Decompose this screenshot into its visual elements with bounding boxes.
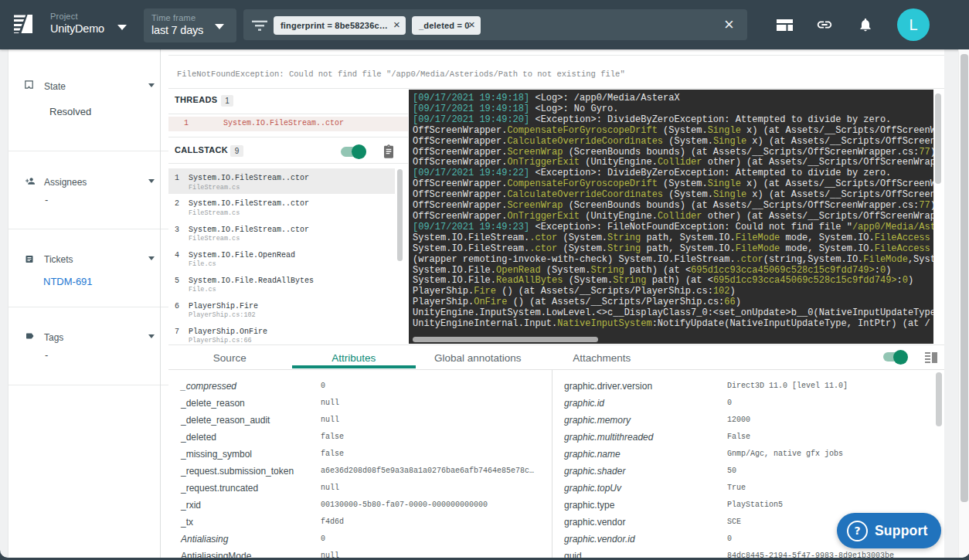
filter-chip[interactable]: _deleted = 0× — [412, 16, 481, 35]
attributes-toggle-knob[interactable] — [893, 350, 908, 365]
section-chevron-icon[interactable] — [148, 83, 155, 87]
attribute-name: graphic.memory — [564, 415, 631, 426]
attribute-value: False — [727, 433, 750, 441]
sidebar-section-value[interactable]: NTDM-691 — [43, 276, 93, 287]
attribute-name: _deleted — [181, 432, 216, 443]
search-bar[interactable]: fingerprint = 8be58236c…×_deleted = 0× × — [243, 9, 747, 40]
frame-function: System.IO.File.ReadAllBytes — [189, 277, 314, 285]
debug-console: [09/17/2021 19:49:18] <Log>: /app0/Media… — [409, 90, 933, 344]
page-scrollbar-thumb[interactable] — [960, 54, 968, 502]
attribute-name: guid — [564, 551, 582, 558]
attribute-value: null — [321, 399, 339, 407]
console-line: OffScreenWrapper.CompensateForGyroscopeD… — [413, 179, 933, 190]
section-chevron-icon[interactable] — [148, 256, 155, 260]
copy-callstack-clipboard-icon[interactable] — [382, 144, 395, 158]
frame-function: PlayerShip.Fire — [189, 302, 258, 311]
attribute-value: Gnmp/Agc, native gfx jobs — [727, 450, 843, 458]
active-tab-underline — [292, 365, 416, 368]
console-line: UnityEngineInternal.Input.NativeInputSys… — [413, 319, 933, 330]
attribute-name: graphic.name — [564, 449, 620, 460]
filter-chip-remove-icon[interactable]: × — [468, 18, 475, 31]
console-line: PlayerShip.Fire () (at Assets/__Scripts/… — [413, 287, 933, 297]
user-avatar[interactable]: L — [897, 8, 930, 41]
frame-number: 5 — [175, 277, 179, 285]
issue-sidebar: StateResolvedAssignees-TicketsNTDM-691Ta… — [8, 49, 168, 558]
attribute-value: null — [321, 416, 339, 424]
support-label: Support — [875, 523, 927, 539]
console-line: System.IO.File.ReadAllBytes (System.Stri… — [413, 276, 933, 287]
section-chevron-icon[interactable] — [148, 334, 155, 338]
frame-file: FileStream.cs — [189, 235, 240, 243]
attribute-name: _missing_symbol — [181, 449, 252, 460]
attribute-name: _request.truncated — [181, 483, 258, 494]
sidebar-section-value: - — [45, 349, 48, 361]
attribute-name: graphic.type — [564, 500, 614, 511]
divider — [168, 163, 408, 164]
attribute-value: 00130000-5b80-fa07-0000-000000000000 — [321, 501, 488, 509]
filter-chip-text: fingerprint = 8be58236c… — [280, 21, 388, 30]
console-line: OffScreenWrapper.ScreenWrap (ScreenBound… — [413, 148, 933, 158]
frame-function: PlayerShip.OnFire — [189, 328, 267, 336]
section-chevron-icon[interactable] — [148, 179, 155, 183]
frame-function: System.IO.File.OpenRead — [189, 251, 295, 260]
support-button[interactable]: ? Support — [837, 513, 941, 548]
console-line: [09/17/2021 19:49:18] <Log>: No Gyro. — [413, 104, 933, 115]
sidebar-section-label: Tickets — [44, 254, 73, 265]
link-icon[interactable] — [816, 16, 833, 33]
tab-source[interactable]: Source — [168, 346, 292, 369]
attribute-name: graphic.multithreaded — [564, 432, 653, 443]
divider — [168, 137, 408, 137]
console-line: System.IO.FileStream..ctor (System.Strin… — [413, 244, 933, 255]
attribute-name: _rxid — [181, 500, 201, 511]
frame-number: 1 — [175, 174, 179, 182]
callstack-heading: CALLSTACK — [175, 145, 228, 154]
project-dropdown-caret-icon[interactable] — [117, 25, 127, 30]
console-hscrollbar[interactable] — [413, 337, 598, 342]
frame-file: File.cs — [189, 260, 216, 268]
console-line: OffScreenWrapper.CalculateOverrideCoordi… — [413, 190, 933, 201]
filter-chip-remove-icon[interactable]: × — [393, 18, 400, 31]
page-scrollbar[interactable] — [958, 49, 969, 558]
frame-number: 3 — [175, 226, 179, 234]
filter-icon — [252, 20, 267, 31]
view-list-icon[interactable] — [925, 352, 937, 363]
callstack-toggle-knob[interactable] — [352, 144, 366, 159]
threads-heading: THREADS — [175, 95, 217, 104]
console-line: [09/17/2021 19:49:23] <Exception>: FileN… — [413, 222, 933, 233]
callstack-frame[interactable]: 4System.IO.File.OpenReadFile.cs — [168, 245, 395, 270]
thread-number: 1 — [184, 119, 189, 127]
main-panel: FileNotFoundException: Could not find fi… — [168, 49, 944, 558]
frame-function: System.IO.FileStream..ctor — [189, 199, 309, 208]
dashboard-icon[interactable] — [777, 19, 793, 31]
frame-number: 2 — [175, 199, 179, 208]
frame-file: FileStream.cs — [189, 209, 240, 217]
project-name[interactable]: UnityDemo — [50, 22, 104, 35]
attribute-name: _compressed — [181, 381, 236, 392]
attribute-value: 50 — [727, 467, 736, 475]
frame-number: 4 — [175, 251, 179, 260]
thread-row[interactable]: 1 System.IO.FileStream..ctor — [168, 117, 408, 131]
tab-global-annotations[interactable]: Global annotations — [416, 346, 540, 369]
state-icon — [25, 80, 33, 89]
tab-attachments[interactable]: Attachments — [540, 346, 665, 369]
console-line: PlayerShip.OnFire () (at Assets/__Script… — [413, 297, 933, 308]
timeframe-label: Time frame — [151, 13, 196, 22]
notifications-bell-icon[interactable] — [858, 17, 873, 32]
console-line: (wrapper remoting-invoke-with-check) Sys… — [413, 255, 933, 266]
backtrace-logo-icon[interactable] — [14, 15, 32, 34]
frame-function: System.IO.FileStream..ctor — [189, 174, 309, 182]
callstack-frame[interactable]: 5System.IO.File.ReadAllBytesFile.cs — [168, 270, 395, 296]
sidebar-section-value: Resolved — [49, 106, 91, 117]
callstack-frame[interactable]: 1System.IO.FileStream..ctorFileStream.cs — [168, 168, 395, 194]
attributes-scrollbar[interactable] — [936, 372, 942, 426]
callstack-frame[interactable]: 3System.IO.FileStream..ctorFileStream.cs — [168, 219, 395, 245]
upper-panel-scrollbar[interactable] — [935, 93, 941, 184]
callstack-frame[interactable]: 7PlayerShip.OnFirePlayerShip.cs:66 — [168, 321, 395, 347]
threads-count-badge: 1 — [221, 95, 233, 107]
callstack-frame[interactable]: 6PlayerShip.FirePlayerShip.cs:102 — [168, 296, 395, 321]
filter-chip[interactable]: fingerprint = 8be58236c…× — [274, 16, 406, 35]
callstack-scrollbar[interactable] — [397, 169, 403, 261]
callstack-frame[interactable]: 2System.IO.FileStream..ctorFileStream.cs — [168, 194, 395, 219]
timeframe-selector[interactable]: Time frame last 7 days — [144, 8, 236, 42]
search-clear-button[interactable]: × — [724, 16, 734, 33]
